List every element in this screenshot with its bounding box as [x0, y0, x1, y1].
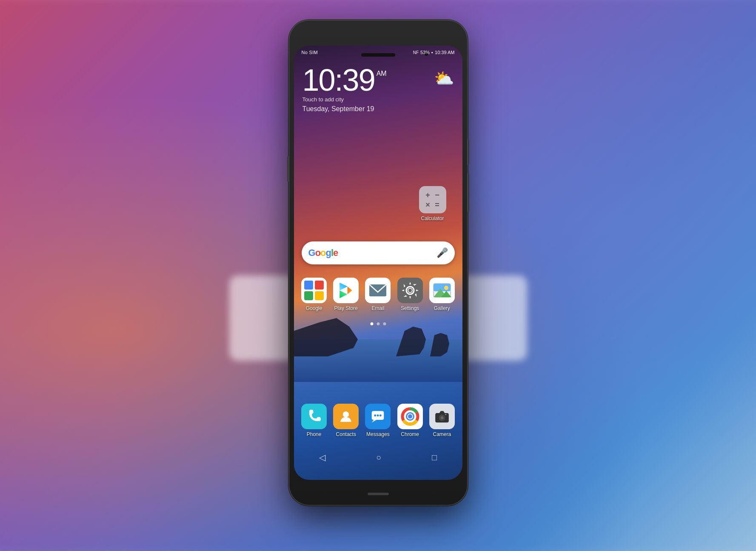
fingerprint-sensor[interactable]: [368, 493, 389, 495]
landscape-silhouette: [294, 305, 462, 382]
calc-plus: +: [424, 191, 432, 199]
svg-point-26: [408, 414, 412, 419]
svg-rect-1: [304, 281, 313, 290]
svg-rect-3: [304, 291, 313, 300]
settings-app-label: Settings: [395, 305, 425, 311]
contacts-dock-label: Contacts: [331, 431, 361, 437]
settings-app-icon[interactable]: Settings: [395, 278, 425, 311]
svg-point-30: [440, 416, 444, 419]
playstore-icon-svg: [337, 281, 355, 300]
clock-date: Tuesday, September 19: [302, 105, 387, 113]
recents-button[interactable]: □: [432, 453, 437, 462]
playstore-app-icon[interactable]: Play Store: [331, 278, 361, 311]
status-bar: No SIM NF 53% ▪ 10:39 AM: [294, 46, 462, 59]
volume-up-button[interactable]: [468, 139, 469, 165]
google-logo: Google: [308, 247, 338, 258]
camera-dock-label: Camera: [427, 431, 457, 437]
navigation-bar: ◁ ○ □: [294, 447, 462, 468]
google-app-icon[interactable]: Google: [299, 278, 329, 311]
phone-body: No SIM NF 53% ▪ 10:39 AM 10:39 AM Touch …: [289, 20, 468, 505]
phone-device: No SIM NF 53% ▪ 10:39 AM 10:39 AM Touch …: [289, 20, 468, 505]
svg-point-9: [408, 289, 412, 292]
messages-app-icon[interactable]: Messages: [363, 404, 393, 437]
clock-widget[interactable]: 10:39 AM Touch to add city Tuesday, Sept…: [302, 65, 387, 113]
camera-icon-svg: [434, 408, 450, 425]
svg-point-16: [343, 411, 349, 417]
calculator-app-icon[interactable]: + − × = Calculator: [419, 186, 446, 221]
back-button[interactable]: ◁: [319, 452, 325, 462]
battery-percent: 53%: [420, 50, 430, 55]
google-app-label: Google: [299, 305, 329, 311]
contacts-icon-svg: [338, 408, 354, 425]
svg-point-20: [377, 414, 379, 416]
calculator-label: Calculator: [419, 215, 446, 221]
volume-down-button[interactable]: [468, 173, 469, 212]
gallery-icon-svg: [432, 280, 452, 301]
camera-app-icon[interactable]: Camera: [427, 404, 457, 437]
voice-search-icon[interactable]: 🎤: [436, 247, 448, 258]
svg-rect-2: [315, 281, 324, 290]
calc-minus: −: [433, 191, 442, 199]
gallery-app-label: Gallery: [427, 305, 457, 311]
gallery-app-icon[interactable]: Gallery: [427, 278, 457, 311]
calc-equals: =: [433, 201, 442, 209]
calc-times: ×: [424, 201, 432, 209]
email-icon-svg: [368, 280, 388, 301]
chrome-icon-svg: [400, 406, 420, 427]
nfc-icon: NF: [413, 50, 419, 55]
google-search-bar[interactable]: Google 🎤: [302, 241, 455, 264]
weather-icon: ⛅: [434, 69, 454, 88]
power-button[interactable]: [287, 156, 289, 182]
google-icon-svg: [303, 280, 325, 301]
phone-dock-label: Phone: [299, 431, 329, 437]
clock-time-display: 10:39: [302, 65, 375, 95]
home-button[interactable]: ○: [376, 453, 381, 462]
clock-city-label: Touch to add city: [302, 96, 387, 103]
app-row: Google: [294, 278, 462, 311]
email-app-label: Email: [363, 305, 393, 311]
page-indicator: [370, 322, 386, 325]
dot-1: [370, 322, 373, 325]
dot-2: [377, 322, 379, 325]
svg-point-21: [379, 414, 382, 416]
status-time: 10:39 AM: [435, 50, 454, 55]
svg-point-19: [374, 414, 377, 416]
weather-widget[interactable]: ⛅: [434, 69, 454, 88]
messages-icon-svg: [370, 408, 386, 425]
status-sim: No SIM: [302, 50, 318, 55]
svg-marker-18: [372, 420, 377, 422]
messages-dock-label: Messages: [363, 431, 393, 437]
battery-icon: ▪: [431, 50, 433, 55]
contacts-app-icon[interactable]: Contacts: [331, 404, 361, 437]
phone-screen: No SIM NF 53% ▪ 10:39 AM 10:39 AM Touch …: [294, 46, 462, 480]
chrome-dock-label: Chrome: [395, 431, 425, 437]
svg-rect-4: [315, 291, 324, 300]
svg-point-31: [445, 414, 446, 415]
phone-app-icon[interactable]: Phone: [299, 404, 329, 437]
chrome-app-icon[interactable]: Chrome: [395, 404, 425, 437]
phone-icon-svg: [306, 408, 322, 425]
clock-ampm: AM: [377, 70, 387, 77]
calculator-icon-background: + − × =: [419, 186, 446, 213]
settings-icon-svg: [400, 280, 420, 301]
svg-point-13: [444, 286, 448, 290]
dot-3: [383, 322, 386, 325]
status-right: NF 53% ▪ 10:39 AM: [413, 50, 455, 55]
app-dock: Phone Contacts: [294, 404, 462, 437]
email-app-icon[interactable]: Email: [363, 278, 393, 311]
playstore-app-label: Play Store: [331, 305, 361, 311]
